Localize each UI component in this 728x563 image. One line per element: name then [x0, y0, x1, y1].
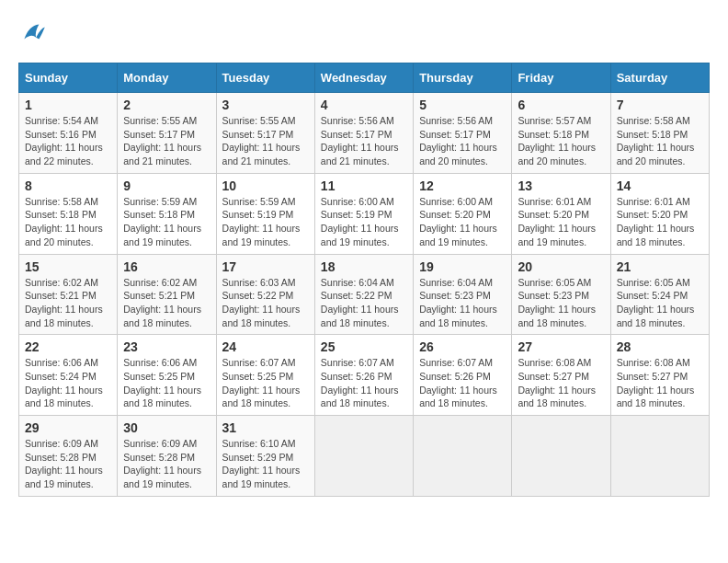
day-info: Sunrise: 6:04 AM Sunset: 5:22 PM Dayligh…	[321, 276, 407, 330]
calendar-day-header: Friday	[512, 63, 610, 93]
day-info: Sunrise: 6:10 AM Sunset: 5:29 PM Dayligh…	[222, 437, 309, 491]
calendar-week-row: 1 Sunrise: 5:54 AM Sunset: 5:16 PM Dayli…	[19, 93, 710, 174]
calendar-day-cell: 3 Sunrise: 5:55 AM Sunset: 5:17 PM Dayli…	[216, 93, 314, 174]
calendar-day-header: Sunday	[19, 63, 118, 93]
day-info: Sunrise: 5:55 AM Sunset: 5:17 PM Dayligh…	[123, 114, 210, 168]
calendar-day-cell	[414, 416, 512, 497]
day-number: 2	[123, 98, 210, 112]
day-info: Sunrise: 6:09 AM Sunset: 5:28 PM Dayligh…	[123, 437, 210, 491]
calendar-day-cell: 21 Sunrise: 6:05 AM Sunset: 5:24 PM Dayl…	[610, 254, 709, 335]
calendar-day-header: Saturday	[610, 63, 709, 93]
day-info: Sunrise: 6:06 AM Sunset: 5:25 PM Dayligh…	[123, 356, 210, 410]
day-info: Sunrise: 5:56 AM Sunset: 5:17 PM Dayligh…	[321, 114, 407, 168]
day-info: Sunrise: 5:59 AM Sunset: 5:18 PM Dayligh…	[123, 195, 210, 249]
calendar-day-cell: 20 Sunrise: 6:05 AM Sunset: 5:23 PM Dayl…	[512, 254, 610, 335]
day-info: Sunrise: 6:04 AM Sunset: 5:23 PM Dayligh…	[419, 276, 506, 330]
calendar-day-cell: 16 Sunrise: 6:02 AM Sunset: 5:21 PM Dayl…	[118, 254, 216, 335]
day-number: 1	[25, 98, 111, 112]
day-info: Sunrise: 6:01 AM Sunset: 5:20 PM Dayligh…	[518, 195, 604, 249]
day-number: 16	[123, 259, 210, 274]
day-info: Sunrise: 5:59 AM Sunset: 5:19 PM Dayligh…	[222, 195, 309, 249]
calendar-day-cell: 19 Sunrise: 6:04 AM Sunset: 5:23 PM Dayl…	[414, 254, 512, 335]
day-number: 18	[321, 259, 407, 274]
logo-icon	[18, 18, 48, 48]
calendar-table: SundayMondayTuesdayWednesdayThursdayFrid…	[18, 63, 710, 497]
day-number: 27	[518, 339, 604, 354]
day-info: Sunrise: 5:56 AM Sunset: 5:17 PM Dayligh…	[419, 114, 506, 168]
calendar-day-cell: 14 Sunrise: 6:01 AM Sunset: 5:20 PM Dayl…	[610, 173, 709, 254]
day-number: 14	[617, 178, 703, 193]
calendar-week-row: 8 Sunrise: 5:58 AM Sunset: 5:18 PM Dayli…	[19, 173, 710, 254]
day-info: Sunrise: 6:02 AM Sunset: 5:21 PM Dayligh…	[25, 276, 111, 330]
day-number: 11	[321, 178, 407, 193]
calendar-day-cell: 5 Sunrise: 5:56 AM Sunset: 5:17 PM Dayli…	[414, 93, 512, 174]
day-info: Sunrise: 5:54 AM Sunset: 5:16 PM Dayligh…	[25, 114, 111, 168]
day-number: 6	[518, 98, 604, 112]
day-info: Sunrise: 6:08 AM Sunset: 5:27 PM Dayligh…	[617, 356, 703, 410]
day-number: 8	[25, 178, 111, 193]
day-info: Sunrise: 6:05 AM Sunset: 5:23 PM Dayligh…	[518, 276, 604, 330]
calendar-day-cell: 9 Sunrise: 5:59 AM Sunset: 5:18 PM Dayli…	[118, 173, 216, 254]
day-number: 26	[419, 339, 506, 354]
calendar-day-cell: 8 Sunrise: 5:58 AM Sunset: 5:18 PM Dayli…	[19, 173, 118, 254]
day-number: 20	[518, 259, 604, 274]
day-info: Sunrise: 6:01 AM Sunset: 5:20 PM Dayligh…	[617, 195, 703, 249]
calendar-day-cell	[512, 416, 610, 497]
calendar-day-header: Thursday	[414, 63, 512, 93]
logo	[18, 18, 51, 48]
calendar-day-cell: 12 Sunrise: 6:00 AM Sunset: 5:20 PM Dayl…	[414, 173, 512, 254]
calendar-day-header: Wednesday	[314, 63, 413, 93]
calendar-day-cell: 29 Sunrise: 6:09 AM Sunset: 5:28 PM Dayl…	[19, 416, 118, 497]
calendar-day-cell: 24 Sunrise: 6:07 AM Sunset: 5:25 PM Dayl…	[216, 335, 314, 416]
day-info: Sunrise: 5:57 AM Sunset: 5:18 PM Dayligh…	[518, 114, 604, 168]
day-info: Sunrise: 6:03 AM Sunset: 5:22 PM Dayligh…	[222, 276, 309, 330]
day-info: Sunrise: 6:02 AM Sunset: 5:21 PM Dayligh…	[123, 276, 210, 330]
day-info: Sunrise: 5:58 AM Sunset: 5:18 PM Dayligh…	[617, 114, 703, 168]
day-number: 21	[617, 259, 703, 274]
day-info: Sunrise: 5:58 AM Sunset: 5:18 PM Dayligh…	[25, 195, 111, 249]
day-number: 31	[222, 420, 309, 435]
day-info: Sunrise: 6:06 AM Sunset: 5:24 PM Dayligh…	[25, 356, 111, 410]
calendar-day-cell	[610, 416, 709, 497]
day-info: Sunrise: 6:00 AM Sunset: 5:20 PM Dayligh…	[419, 195, 506, 249]
day-number: 30	[123, 420, 210, 435]
calendar-day-header: Tuesday	[216, 63, 314, 93]
day-number: 25	[321, 339, 407, 354]
calendar-day-cell: 15 Sunrise: 6:02 AM Sunset: 5:21 PM Dayl…	[19, 254, 118, 335]
calendar-day-cell: 30 Sunrise: 6:09 AM Sunset: 5:28 PM Dayl…	[118, 416, 216, 497]
day-number: 5	[419, 98, 506, 112]
calendar-week-row: 29 Sunrise: 6:09 AM Sunset: 5:28 PM Dayl…	[19, 416, 710, 497]
calendar-day-cell: 4 Sunrise: 5:56 AM Sunset: 5:17 PM Dayli…	[314, 93, 413, 174]
day-info: Sunrise: 5:55 AM Sunset: 5:17 PM Dayligh…	[222, 114, 309, 168]
day-number: 3	[222, 98, 309, 112]
day-number: 15	[25, 259, 111, 274]
calendar-day-cell: 1 Sunrise: 5:54 AM Sunset: 5:16 PM Dayli…	[19, 93, 118, 174]
calendar-day-cell: 22 Sunrise: 6:06 AM Sunset: 5:24 PM Dayl…	[19, 335, 118, 416]
day-info: Sunrise: 6:00 AM Sunset: 5:19 PM Dayligh…	[321, 195, 407, 249]
calendar-day-cell: 17 Sunrise: 6:03 AM Sunset: 5:22 PM Dayl…	[216, 254, 314, 335]
day-number: 23	[123, 339, 210, 354]
day-info: Sunrise: 6:05 AM Sunset: 5:24 PM Dayligh…	[617, 276, 703, 330]
day-number: 29	[25, 420, 111, 435]
calendar-week-row: 15 Sunrise: 6:02 AM Sunset: 5:21 PM Dayl…	[19, 254, 710, 335]
calendar-day-cell: 23 Sunrise: 6:06 AM Sunset: 5:25 PM Dayl…	[118, 335, 216, 416]
day-number: 24	[222, 339, 309, 354]
calendar-day-cell: 10 Sunrise: 5:59 AM Sunset: 5:19 PM Dayl…	[216, 173, 314, 254]
calendar-day-cell: 13 Sunrise: 6:01 AM Sunset: 5:20 PM Dayl…	[512, 173, 610, 254]
calendar-day-cell	[314, 416, 413, 497]
calendar-day-cell: 26 Sunrise: 6:07 AM Sunset: 5:26 PM Dayl…	[414, 335, 512, 416]
day-info: Sunrise: 6:07 AM Sunset: 5:26 PM Dayligh…	[321, 356, 407, 410]
day-info: Sunrise: 6:09 AM Sunset: 5:28 PM Dayligh…	[25, 437, 111, 491]
calendar-day-cell: 28 Sunrise: 6:08 AM Sunset: 5:27 PM Dayl…	[610, 335, 709, 416]
calendar-day-cell: 25 Sunrise: 6:07 AM Sunset: 5:26 PM Dayl…	[314, 335, 413, 416]
calendar-week-row: 22 Sunrise: 6:06 AM Sunset: 5:24 PM Dayl…	[19, 335, 710, 416]
day-number: 13	[518, 178, 604, 193]
calendar-day-cell: 7 Sunrise: 5:58 AM Sunset: 5:18 PM Dayli…	[610, 93, 709, 174]
day-info: Sunrise: 6:07 AM Sunset: 5:26 PM Dayligh…	[419, 356, 506, 410]
day-number: 7	[617, 98, 703, 112]
calendar-day-cell: 27 Sunrise: 6:08 AM Sunset: 5:27 PM Dayl…	[512, 335, 610, 416]
calendar-day-cell: 18 Sunrise: 6:04 AM Sunset: 5:22 PM Dayl…	[314, 254, 413, 335]
page-header	[18, 18, 710, 48]
calendar-day-cell: 31 Sunrise: 6:10 AM Sunset: 5:29 PM Dayl…	[216, 416, 314, 497]
day-number: 28	[617, 339, 703, 354]
